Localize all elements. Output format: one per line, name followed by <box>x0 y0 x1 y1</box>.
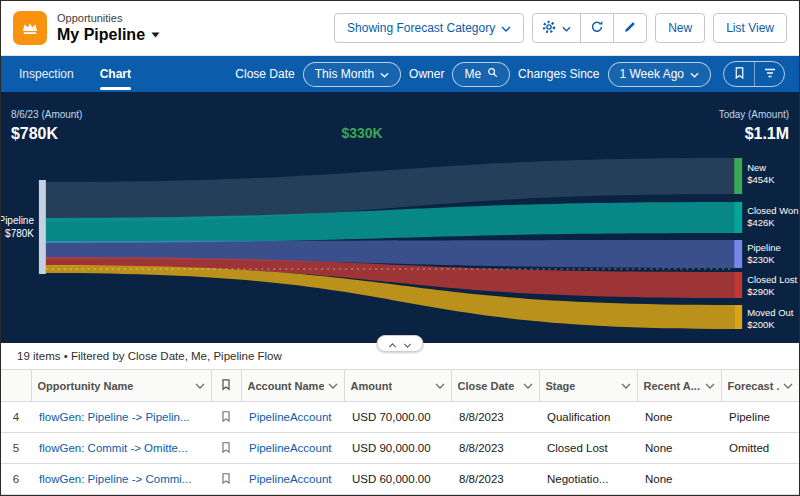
row-number: 4 <box>1 402 31 433</box>
account-name-link[interactable]: PipelineAccount <box>249 411 331 423</box>
recent-activity-cell: None <box>637 433 721 464</box>
chevron-down-icon <box>523 383 533 389</box>
node-value: $426K <box>747 217 775 228</box>
chevron-down-icon <box>501 21 511 35</box>
table-header-row: Opportunity Name Account Name Amount <box>1 370 799 402</box>
sankey-node-moved-out[interactable] <box>734 305 742 329</box>
gear-icon <box>542 20 556 37</box>
opportunity-name-link[interactable]: flowGen: Pipeline -> Pipelin... <box>39 411 190 423</box>
chart-end-value: $1.1M <box>745 125 789 142</box>
node-label: Closed Won <box>747 205 798 216</box>
table-row: 4 flowGen: Pipeline -> Pipelin... Pipeli… <box>1 402 799 433</box>
owner-label: Owner <box>409 67 444 81</box>
pipeline-inspection-page: Opportunities My Pipeline Showing Foreca… <box>0 0 800 496</box>
filter-icon <box>763 66 777 83</box>
column-header-opportunity-name[interactable]: Opportunity Name <box>31 370 211 402</box>
table-row: 6 flowGen: Pipeline -> Commi... Pipeline… <box>1 464 799 495</box>
node-label: New <box>747 162 766 173</box>
row-bookmark-button[interactable] <box>211 433 241 464</box>
close-date-label: Close Date <box>235 67 294 81</box>
opportunity-name-link[interactable]: flowGen: Pipeline -> Commi... <box>39 473 191 485</box>
bookmark-icon <box>733 66 746 83</box>
opportunities-crown-icon <box>13 11 47 45</box>
chevron-down-icon <box>380 67 389 81</box>
chevron-down-icon <box>621 383 631 389</box>
filter-button[interactable] <box>754 62 784 86</box>
page-title[interactable]: My Pipeline <box>57 25 145 44</box>
recent-activity-cell: None <box>637 402 721 433</box>
node-value: $454K <box>747 174 775 185</box>
node-label: Moved Out <box>747 307 794 318</box>
refresh-icon <box>590 20 604 37</box>
settings-button[interactable] <box>532 13 581 43</box>
close-date-cell: 8/8/2023 <box>451 402 539 433</box>
sankey-node-closed-lost[interactable] <box>734 272 742 298</box>
close-date-filter[interactable]: This Month <box>303 62 401 87</box>
recent-activity-cell: None <box>637 464 721 495</box>
stage-cell: Closed Lost <box>539 433 637 464</box>
list-view-button[interactable]: List View <box>713 13 787 43</box>
status-text: 19 items • Filtered by Close Date, Me, P… <box>17 350 282 362</box>
column-header-amount[interactable]: Amount <box>344 370 451 402</box>
changes-since-label: Changes Since <box>518 67 599 81</box>
column-header-forecast-category[interactable]: Forecast ... <box>721 370 799 402</box>
sankey-node-closed-won[interactable] <box>734 202 742 233</box>
account-name-link[interactable]: PipelineAccount <box>249 473 331 485</box>
column-header-account-name[interactable]: Account Name <box>241 370 344 402</box>
chevron-down-icon <box>705 383 715 389</box>
view-tabs: Inspection Chart <box>19 56 131 92</box>
sankey-node-pipeline[interactable] <box>734 240 742 268</box>
node-value: $200K <box>747 319 775 330</box>
bookmark-icon <box>220 378 232 393</box>
tab-inspection[interactable]: Inspection <box>19 56 74 92</box>
chart-filter-bar: Inspection Chart Close Date This Month O… <box>1 56 799 92</box>
refresh-button[interactable] <box>580 13 614 43</box>
chart-net-change: $330K <box>342 125 383 141</box>
source-node-label: Pipeline <box>1 215 34 226</box>
owner-filter[interactable]: Me <box>452 62 510 87</box>
opportunity-name-link[interactable]: flowGen: Commit -> Omitte... <box>39 442 188 454</box>
table-row: 5 flowGen: Commit -> Omitte... PipelineA… <box>1 433 799 464</box>
row-bookmark-button[interactable] <box>211 402 241 433</box>
account-name-link[interactable]: PipelineAccount <box>249 442 331 454</box>
search-icon <box>487 67 498 81</box>
row-number: 6 <box>1 464 31 495</box>
tab-chart[interactable]: Chart <box>100 56 131 92</box>
chevron-down-icon <box>690 67 699 81</box>
sankey-node-new[interactable] <box>734 158 742 194</box>
pencil-icon <box>623 20 637 37</box>
source-node-value: $780K <box>5 228 34 239</box>
title-caret-down-icon[interactable] <box>151 32 160 38</box>
forecast-category-button[interactable]: Showing Forecast Category <box>334 13 524 43</box>
stage-cell: Negotiatio... <box>539 464 637 495</box>
amount-cell: USD 90,000.00 <box>344 433 451 464</box>
forecast-category-cell: Pipeline <box>721 402 799 433</box>
chevron-down-icon <box>328 383 338 389</box>
row-bookmark-button[interactable] <box>211 464 241 495</box>
changes-since-filter[interactable]: 1 Week Ago <box>608 62 712 87</box>
bookmark-button[interactable] <box>724 62 754 86</box>
opportunities-table: Opportunity Name Account Name Amount <box>1 369 799 495</box>
pipeline-flow-chart: 8/6/23 (Amount) $780K $330K Today (Amoun… <box>1 92 799 343</box>
edit-button[interactable] <box>613 13 647 43</box>
node-label: Closed Lost <box>747 274 797 285</box>
chevron-down-icon <box>783 383 793 389</box>
node-value: $290K <box>747 286 775 297</box>
column-header-close-date[interactable]: Close Date <box>451 370 539 402</box>
column-header-bookmark[interactable] <box>211 370 241 402</box>
chart-collapse-toggle[interactable] <box>377 335 424 352</box>
new-button[interactable]: New <box>655 13 705 43</box>
column-header-recent-activity[interactable]: Recent A... <box>637 370 721 402</box>
close-date-value: This Month <box>315 67 374 81</box>
chevron-down-icon <box>562 21 571 35</box>
sankey-node-source-pipeline[interactable] <box>39 180 46 274</box>
amount-cell: USD 60,000.00 <box>344 464 451 495</box>
node-value: $230K <box>747 254 775 265</box>
row-number: 5 <box>1 433 31 464</box>
chevron-down-icon <box>195 383 205 389</box>
chevron-down-icon <box>404 336 412 351</box>
column-header-stage[interactable]: Stage <box>539 370 637 402</box>
top-header: Opportunities My Pipeline Showing Foreca… <box>1 1 799 56</box>
owner-value: Me <box>464 67 481 81</box>
app-label: Opportunities <box>57 12 160 25</box>
